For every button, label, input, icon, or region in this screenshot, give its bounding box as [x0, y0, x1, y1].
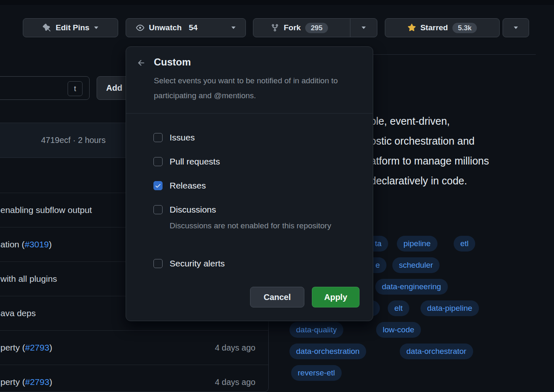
starred-label: Starred	[420, 23, 448, 32]
cancel-button[interactable]: Cancel	[250, 287, 304, 307]
option-label: Issues	[170, 133, 195, 143]
star-icon	[408, 24, 416, 32]
commit-message: enabling subflow output	[0, 205, 92, 215]
option-releases[interactable]: Releases	[153, 179, 206, 193]
checkbox-releases-checked[interactable]	[153, 181, 163, 190]
commit-message: perty (#2793)	[0, 377, 52, 387]
keyboard-shortcut-hint: t	[68, 81, 83, 96]
star-dropdown-button[interactable]	[503, 18, 529, 37]
unwatch-count: 54	[189, 23, 197, 32]
page-top-strip	[0, 0, 554, 5]
starred-count: 5.3k	[452, 23, 477, 33]
commit-message: with all plugins	[0, 274, 57, 284]
unwatch-label: Unwatch	[149, 23, 182, 32]
discussions-disabled-note: Discussions are not enabled for this rep…	[170, 218, 344, 233]
option-label: Releases	[170, 181, 206, 191]
pin-icon	[43, 24, 51, 32]
option-issues[interactable]: Issues	[153, 131, 195, 145]
commit-message: ation (#3019)	[0, 240, 52, 249]
checkbox-pull-requests[interactable]	[153, 157, 163, 166]
topic-tag[interactable]: data-engineering	[375, 279, 448, 295]
topic-tag[interactable]: pipeline	[397, 236, 437, 252]
topic-tag[interactable]: scheduler	[392, 257, 440, 273]
issue-link[interactable]: #3019	[24, 240, 49, 249]
topic-tag[interactable]: reverse-etl	[291, 365, 342, 381]
checkbox-discussions[interactable]	[153, 205, 163, 214]
checkbox-security-alerts[interactable]	[153, 259, 163, 268]
option-pull-requests[interactable]: Pull requests	[153, 155, 220, 169]
topic-tag[interactable]: elt	[388, 300, 409, 316]
fork-button[interactable]: Fork 295	[253, 19, 345, 37]
edit-pins-button[interactable]: Edit Pins	[23, 18, 118, 37]
topic-tag[interactable]: data-orchestrator	[400, 344, 473, 359]
fork-dropdown-button[interactable]	[350, 19, 377, 37]
apply-button[interactable]: Apply	[312, 287, 360, 307]
option-discussions[interactable]: Discussions	[153, 203, 216, 217]
chevron-down-icon	[231, 27, 236, 29]
commit-message: perty (#2793)	[0, 343, 52, 353]
option-label: Pull requests	[170, 157, 220, 167]
unwatch-button[interactable]: Unwatch 54	[126, 18, 246, 37]
checkbox-issues[interactable]	[153, 133, 163, 142]
eye-icon	[136, 24, 144, 32]
dialog-description: Select events you want to be notified of…	[154, 73, 353, 103]
topic-tag[interactable]: etl	[454, 236, 475, 252]
commit-message: ava deps	[0, 308, 36, 318]
topic-tag[interactable]: data-orchestration	[289, 344, 366, 359]
add-file-label: Add	[106, 83, 122, 93]
option-security-alerts[interactable]: Security alerts	[153, 256, 225, 271]
issue-link[interactable]: #2793	[25, 343, 49, 352]
chevron-down-icon	[514, 27, 518, 29]
commit-time: 4 days ago	[215, 343, 255, 353]
table-row[interactable]: perty (#2793) 4 days ago	[0, 331, 268, 365]
custom-notifications-dialog: Custom Select events you want to be noti…	[126, 46, 373, 321]
chevron-down-icon	[94, 27, 98, 29]
fork-label: Fork	[284, 23, 301, 32]
option-label: Discussions	[170, 205, 216, 215]
back-arrow-icon[interactable]	[137, 58, 146, 68]
topic-tag[interactable]: data-pipeline	[420, 300, 479, 316]
option-label: Security alerts	[170, 259, 225, 269]
dialog-divider	[126, 113, 373, 114]
edit-pins-label: Edit Pins	[56, 23, 89, 32]
starred-button[interactable]: Starred 5.3k	[385, 18, 500, 37]
fork-count: 295	[305, 23, 328, 33]
fork-button-group: Fork 295	[253, 18, 377, 37]
issue-link[interactable]: #2793	[25, 377, 49, 387]
go-to-file-search-input[interactable]: t	[0, 76, 90, 100]
commit-time: 4 days ago	[215, 377, 255, 387]
topic-tag[interactable]: low-code	[376, 322, 421, 338]
table-row[interactable]: perty (#2793) 4 days ago	[0, 365, 268, 392]
fork-icon	[271, 24, 279, 32]
about-description: ble, event-driven, ostic orchestration a…	[370, 111, 489, 191]
check-icon	[155, 182, 161, 189]
topic-tag[interactable]: data-quality	[289, 322, 343, 338]
commit-info: 4719ecf · 2 hours	[41, 136, 106, 145]
chevron-down-icon	[362, 27, 366, 29]
dialog-title: Custom	[154, 56, 191, 68]
